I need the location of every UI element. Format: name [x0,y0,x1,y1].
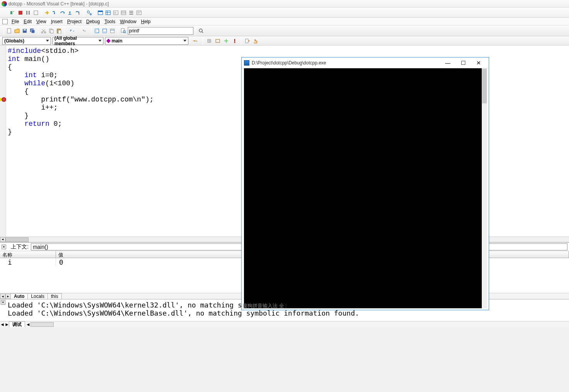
menu-file[interactable]: File [9,18,21,25]
console-title: D:\Project\dotcpp\Debug\dotcpp.exe [252,60,440,66]
var-name: i [0,258,56,266]
tab-auto[interactable]: Auto [10,293,28,299]
var-value: 0 [56,258,66,266]
svg-rect-6 [79,12,79,15]
members-label: (All global members [54,35,97,46]
svg-rect-5 [68,14,71,15]
variables-window-button[interactable] [105,9,112,16]
menubar: File Edit View Insert Project Debug Tool… [0,18,569,25]
tb-misc-4[interactable] [244,37,251,44]
tab-debug-output[interactable]: 调试 [9,321,25,327]
svg-rect-29 [58,30,61,34]
svg-point-37 [199,29,202,32]
tabs-right-button[interactable]: ► [5,294,11,299]
svg-point-7 [87,11,90,13]
restart-debug-button[interactable] [9,9,16,16]
memory-window-button[interactable] [120,9,127,16]
menu-insert[interactable]: Insert [49,18,65,25]
output-close-button[interactable]: ✕ [1,300,5,305]
minimize-button[interactable]: — [440,58,456,68]
watch-window-button[interactable] [97,9,104,16]
menu-view[interactable]: View [34,18,49,25]
svg-rect-27 [51,30,53,33]
function-label: main [112,38,122,44]
find-in-files-button[interactable] [120,27,127,34]
workspace-button[interactable] [93,27,100,34]
debug-toolbar: R [0,8,569,18]
save-button[interactable] [21,27,28,34]
console-body[interactable] [244,68,487,308]
break-all-button[interactable] [25,9,32,16]
find-combo[interactable] [128,27,193,35]
console-scrollbar[interactable] [482,68,487,308]
console-titlebar[interactable]: D:\Project\dotcpp\Debug\dotcpp.exe — ☐ ✕ [242,57,489,68]
tb-misc-1[interactable] [206,37,213,44]
breakpoint-button[interactable] [231,37,238,44]
open-file-button[interactable] [14,27,20,34]
callstack-window-button[interactable] [128,9,135,16]
save-all-button[interactable] [29,27,36,34]
step-over-button[interactable] [59,9,66,16]
redo-button[interactable] [78,27,89,34]
hand-button[interactable] [252,37,259,44]
output-tabs-left[interactable]: ◄ [0,322,5,327]
svg-rect-10 [98,11,103,12]
paste-button[interactable] [56,27,63,34]
apply-changes-button[interactable] [32,9,39,16]
tabs-left-button[interactable]: ◄ [0,294,5,299]
svg-rect-40 [234,39,235,42]
svg-rect-0 [10,11,12,14]
output-scroll-left[interactable]: ◄ [26,322,30,327]
scroll-left-button[interactable]: ◄ [0,237,5,242]
goto-button[interactable] [190,37,200,44]
svg-rect-33 [103,31,107,33]
menu-help[interactable]: Help [139,18,153,25]
ime-indicator: 搜狗拼音输入法 全 : [242,302,288,309]
menu-project[interactable]: Project [65,18,84,25]
output-button[interactable] [101,27,108,34]
svg-rect-39 [216,39,220,42]
find-button[interactable] [198,27,205,34]
members-combo[interactable]: (All global members [52,37,103,45]
tb-misc-3[interactable] [223,37,230,44]
cut-button[interactable] [40,27,47,34]
svg-rect-42 [246,39,248,43]
tab-this[interactable]: this [47,293,62,299]
window-list-button[interactable] [109,27,116,34]
stop-debug-button[interactable] [17,9,24,16]
function-icon [106,39,110,43]
console-scroll-thumb[interactable] [482,69,487,103]
scroll-thumb[interactable] [5,237,29,242]
document-icon [2,19,8,24]
tab-locals[interactable]: Locals [27,293,48,299]
col-name[interactable]: 名称 [0,251,56,258]
output-scroll-track[interactable] [30,322,54,327]
step-out-button[interactable] [67,9,74,16]
undo-button[interactable] [67,27,78,34]
app-logo-icon [2,1,7,7]
svg-rect-14 [121,11,126,15]
function-combo[interactable]: main [105,37,188,45]
new-file-button[interactable] [6,27,13,34]
copy-button[interactable] [48,27,55,34]
gutter [0,46,6,242]
menu-debug[interactable]: Debug [84,18,102,25]
tb-misc-2[interactable] [214,37,221,44]
registers-window-button[interactable]: R [112,9,119,16]
panel-close-button[interactable]: ✕ [2,245,6,249]
menu-window[interactable]: Window [118,18,139,25]
titlebar: dotcpp - Microsoft Visual C++ [break] - … [0,0,569,8]
app-title: dotcpp - Microsoft Visual C++ [break] - … [8,1,109,7]
run-to-cursor-button[interactable] [75,9,81,16]
close-button[interactable]: ✕ [471,58,486,68]
menu-tools[interactable]: Tools [102,18,118,25]
quickwatch-button[interactable] [86,9,93,16]
svg-rect-18 [137,11,141,15]
menu-edit[interactable]: Edit [21,18,34,25]
disassembly-window-button[interactable] [135,9,142,16]
console-icon [244,60,249,66]
show-next-stmt-button[interactable] [44,9,51,16]
maximize-button[interactable]: ☐ [456,58,471,68]
step-into-button[interactable] [51,9,58,16]
scope-combo[interactable]: (Globals) [2,37,51,45]
